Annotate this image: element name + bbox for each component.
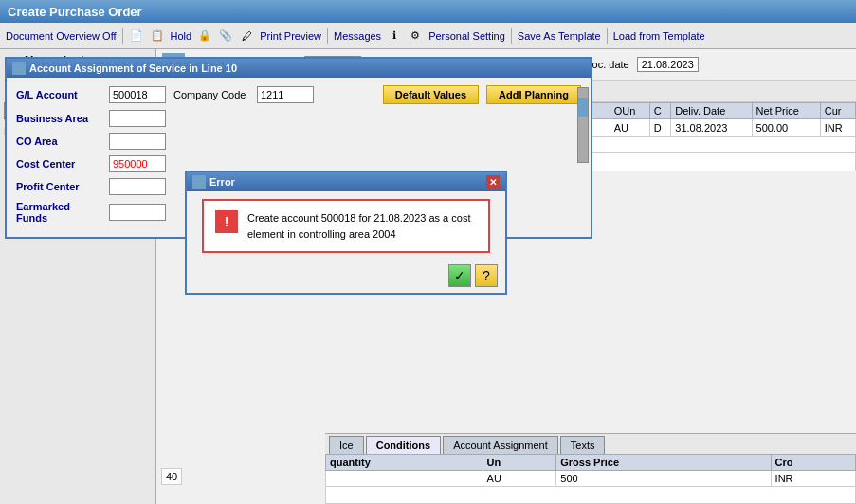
cell-c: D bbox=[649, 119, 671, 137]
sep3 bbox=[511, 28, 512, 44]
col-un: Un bbox=[483, 455, 556, 471]
scrollbar[interactable] bbox=[577, 87, 589, 163]
title-bar: Create Purchase Order bbox=[0, 0, 856, 23]
hold-icon1[interactable]: 🔒 bbox=[197, 28, 212, 44]
bottom-table-row-2 bbox=[326, 487, 856, 504]
gl-account-label: G/L Account bbox=[16, 89, 101, 100]
account-dialog-icon bbox=[12, 62, 26, 75]
error-icon: ! bbox=[215, 210, 238, 233]
error-message-line2: element in controlling area 2004 bbox=[247, 226, 470, 243]
document-overview-btn[interactable]: Document Overview Off bbox=[6, 30, 117, 42]
toolbar: Document Overview Off 📄 📋 Hold 🔒 📎 🖊 Pri… bbox=[0, 23, 856, 49]
cell-qty-val bbox=[326, 471, 483, 487]
bottom-area: Ice Conditions Account Assignment Texts … bbox=[325, 433, 856, 504]
cell-deliv-date: 31.08.2023 bbox=[671, 119, 752, 137]
error-dialog: Error ✕ ! Create account 500018 for 21.0… bbox=[185, 171, 507, 295]
error-title-left: Error bbox=[192, 175, 235, 189]
messages-btn[interactable]: Messages bbox=[334, 30, 381, 42]
new-doc-icon[interactable]: 📄 bbox=[129, 28, 144, 44]
co-area-label: CO Area bbox=[16, 135, 101, 147]
profit-center-input[interactable] bbox=[109, 178, 166, 195]
bottom-table: quantity Un Gross Price Cro AU 500 INR bbox=[325, 454, 856, 504]
hold-icon2[interactable]: 📎 bbox=[218, 28, 233, 44]
tab-conditions[interactable]: Conditions bbox=[366, 436, 441, 454]
col-cur: Cur bbox=[820, 103, 855, 119]
col-cro: Cro bbox=[771, 455, 855, 471]
sep4 bbox=[607, 28, 608, 44]
cell-un-val: AU bbox=[483, 471, 556, 487]
bottom-table-header: quantity Un Gross Price Cro bbox=[326, 455, 856, 471]
cell-cro-val: INR bbox=[771, 471, 855, 487]
company-code-input[interactable] bbox=[257, 86, 314, 103]
business-area-label: Business Area bbox=[16, 113, 101, 124]
tab-texts[interactable]: Texts bbox=[560, 436, 606, 454]
error-dialog-footer: ✓ ? bbox=[187, 261, 505, 293]
col-net-price: Net Price bbox=[752, 103, 820, 119]
row-40: 40 bbox=[161, 468, 182, 485]
help-btn[interactable]: ? bbox=[475, 264, 498, 287]
error-content: ! Create account 500018 for 21.08.2023 a… bbox=[202, 199, 490, 253]
ok-btn[interactable]: ✓ bbox=[448, 264, 471, 287]
error-message-line1: Create account 500018 for 21.08.2023 as … bbox=[247, 210, 470, 226]
print-preview-btn[interactable]: Print Preview bbox=[260, 30, 321, 42]
col-c: C bbox=[649, 103, 671, 119]
sep2 bbox=[327, 28, 328, 44]
error-message: Create account 500018 for 21.08.2023 as … bbox=[247, 210, 470, 242]
col-deliv-date: Deliv. Date bbox=[671, 103, 752, 119]
col-quantity: quantity bbox=[326, 455, 483, 471]
account-dialog-title: Account Assignment of Service in Line 10 bbox=[7, 59, 591, 78]
bottom-table-row: AU 500 INR bbox=[326, 471, 856, 487]
tab-ice[interactable]: Ice bbox=[329, 436, 364, 454]
col-gross-price: Gross Price bbox=[556, 455, 771, 471]
cell-oun: AU bbox=[610, 119, 649, 137]
cell-cur: INR bbox=[820, 119, 855, 137]
scrollbar-thumb[interactable] bbox=[578, 98, 588, 117]
gl-account-row: G/L Account Company Code Default Values … bbox=[16, 85, 581, 104]
cell-gross-val: 500 bbox=[556, 471, 771, 487]
error-dialog-title: Error ✕ bbox=[187, 172, 505, 191]
default-values-btn[interactable]: Default Values bbox=[383, 85, 479, 104]
business-area-input[interactable] bbox=[109, 110, 166, 127]
page-title: Create Purchase Order bbox=[8, 5, 142, 19]
cost-center-label: Cost Center bbox=[16, 158, 101, 170]
tabs-row: Ice Conditions Account Assignment Texts bbox=[325, 434, 856, 454]
save-template-btn[interactable]: Save As Template bbox=[518, 30, 601, 42]
gl-account-input[interactable] bbox=[109, 86, 166, 103]
co-area-input[interactable] bbox=[109, 133, 166, 150]
account-dialog-title-text: Account Assignment of Service in Line 10 bbox=[29, 63, 237, 74]
hold-icon3[interactable]: 🖊 bbox=[239, 28, 254, 44]
info-icon: ℹ bbox=[387, 28, 402, 44]
error-title-icon bbox=[192, 175, 206, 189]
company-code-label: Company Code bbox=[173, 89, 249, 100]
cost-center-input[interactable] bbox=[109, 155, 166, 172]
earmarked-funds-label: Earmarked Funds bbox=[16, 201, 101, 224]
personal-setting-btn[interactable]: Personal Setting bbox=[428, 30, 505, 42]
load-template-btn[interactable]: Load from Template bbox=[613, 30, 705, 42]
copy-icon[interactable]: 📋 bbox=[150, 28, 165, 44]
co-area-row: CO Area bbox=[16, 133, 581, 150]
error-content-wrapper: ! Create account 500018 for 21.08.2023 a… bbox=[194, 199, 498, 253]
earmarked-funds-input[interactable] bbox=[109, 204, 166, 221]
addl-planning-btn[interactable]: Addl Planning bbox=[486, 85, 581, 104]
business-area-row: Business Area bbox=[16, 110, 581, 127]
profit-center-label: Profit Center bbox=[16, 181, 101, 192]
doc-date-value: 21.08.2023 bbox=[637, 57, 699, 72]
hold-btn[interactable]: Hold bbox=[171, 30, 192, 42]
col-oun: OUn bbox=[610, 103, 649, 119]
cell-net-price: 500.00 bbox=[752, 119, 820, 137]
error-close-btn[interactable]: ✕ bbox=[486, 175, 500, 189]
settings-icon[interactable]: ⚙ bbox=[408, 28, 423, 44]
tab-account-assignment[interactable]: Account Assignment bbox=[443, 436, 558, 454]
sep1 bbox=[122, 28, 123, 44]
error-title-text: Error bbox=[209, 176, 235, 188]
